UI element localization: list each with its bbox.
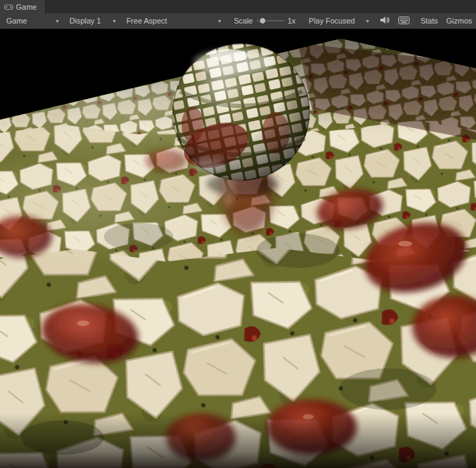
chevron-down-icon: ▼ xyxy=(217,19,222,24)
game-view-toolbar: Game ▼ Display 1 ▼ Free Aspect ▼ Scale 1… xyxy=(0,13,476,29)
play-focused-dropdown[interactable]: Play Focused ▼ xyxy=(306,13,373,28)
chevron-down-icon: ▼ xyxy=(55,19,60,24)
stats-label: Stats xyxy=(421,17,438,25)
game-mode-label: Game xyxy=(6,17,27,25)
play-focused-label: Play Focused xyxy=(309,17,355,25)
tab-label: Game xyxy=(16,3,37,11)
mute-audio-button[interactable] xyxy=(376,13,394,28)
game-viewport[interactable] xyxy=(0,29,476,468)
gamepad-icon xyxy=(4,3,13,10)
speaker-icon xyxy=(380,16,390,26)
shortcuts-button[interactable] xyxy=(395,13,413,28)
gizmos-label: Gizmos xyxy=(446,17,472,25)
display-dropdown[interactable]: Display 1 ▼ xyxy=(66,13,120,28)
game-mode-dropdown[interactable]: Game ▼ xyxy=(3,13,63,28)
display-label: Display 1 xyxy=(69,17,100,25)
gizmos-dropdown[interactable]: Gizmos ▼ xyxy=(443,13,476,28)
keyboard-grid-icon xyxy=(398,17,409,26)
scale-slider-knob[interactable] xyxy=(259,17,266,24)
aspect-ratio-dropdown[interactable]: Free Aspect ▼ xyxy=(123,13,225,28)
stats-button[interactable]: Stats xyxy=(417,13,441,28)
scale-control: Scale 1x xyxy=(233,17,295,25)
scale-label: Scale xyxy=(233,17,253,25)
chevron-down-icon: ▼ xyxy=(112,19,116,24)
scale-value: 1x xyxy=(288,17,296,25)
rendered-scene xyxy=(0,29,476,468)
unity-game-window: Game Game ▼ Display 1 ▼ Free Aspect ▼ Sc… xyxy=(0,0,476,468)
aspect-label: Free Aspect xyxy=(126,17,167,25)
tab-bar: Game xyxy=(0,0,476,13)
tab-game[interactable]: Game xyxy=(0,0,46,13)
scale-slider[interactable] xyxy=(256,17,284,24)
chevron-down-icon: ▼ xyxy=(365,19,370,24)
sphere-3d-object xyxy=(173,44,310,181)
